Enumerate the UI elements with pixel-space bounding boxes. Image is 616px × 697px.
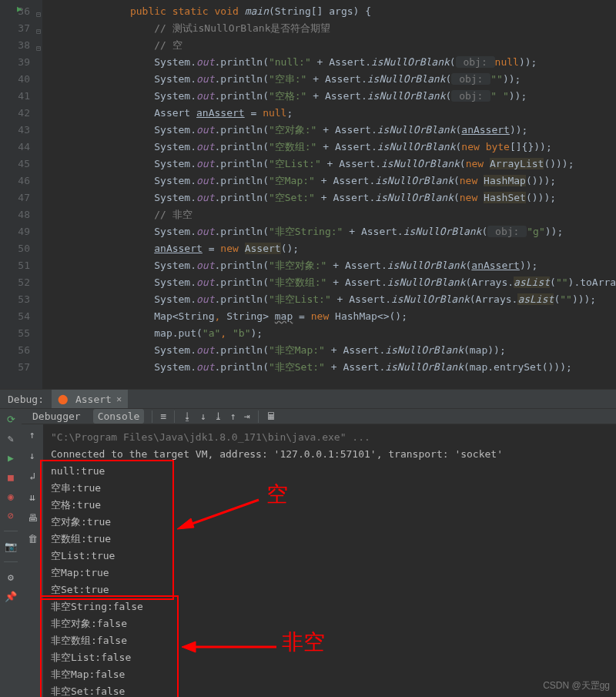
watermark: CSDN @天罡gg	[543, 679, 610, 692]
settings-icon[interactable]: ⚙	[8, 571, 14, 583]
arrow-icon	[180, 640, 280, 654]
debug-tab-assert[interactable]: ⬤ Assert ✕	[52, 390, 128, 408]
bug-icon: ⬤	[58, 394, 68, 404]
svg-marker-1	[177, 518, 194, 529]
debug-tab-bar: Debug: ⬤ Assert ✕	[0, 389, 616, 409]
step-over-icon[interactable]: ≡	[160, 410, 166, 422]
debug-label: Debug:	[0, 394, 52, 405]
camera-icon[interactable]: 📷	[5, 541, 17, 552]
run-cursor-icon[interactable]: ⇥	[244, 410, 250, 422]
debug-toolbar: Debugger Console ≡ ⭳ ↓ ⤓ ↑ ⇥ 🖩	[22, 409, 616, 424]
arrow-icon	[174, 494, 266, 532]
separator	[4, 531, 18, 531]
wrap-icon[interactable]: ↲	[29, 471, 35, 482]
tab-debugger[interactable]: Debugger	[28, 409, 85, 424]
code-editor[interactable]: ▶ 36⊟37⊟38⊟39404142434445464748495051525…	[0, 0, 616, 389]
separator	[258, 410, 259, 423]
svg-marker-3	[182, 642, 196, 652]
stop-icon[interactable]: ■	[8, 471, 14, 483]
separator	[4, 561, 18, 562]
console-vm-line: Connected to the target VM, address: '12…	[51, 446, 616, 463]
breakpoints-icon[interactable]: ◉	[8, 491, 14, 502]
evaluate-icon[interactable]: 🖩	[266, 410, 276, 422]
rerun-icon[interactable]: ⟳	[7, 414, 15, 425]
console-output-wrap: ↑ ↓ ↲ ⇊ 🖶 🗑 "C:\Program Files\Java\jdk1.…	[22, 424, 616, 697]
step-into-icon[interactable]: ↓	[200, 410, 206, 422]
pin-icon[interactable]: 📌	[5, 591, 17, 602]
console-header: "C:\Program Files\Java\jdk1.8.0_171\bin\…	[51, 429, 616, 446]
resume-icon[interactable]: ▶	[8, 452, 14, 464]
scroll-icon[interactable]: ⇊	[29, 491, 35, 503]
debug-mid: Debugger Console ≡ ⭳ ↓ ⤓ ↑ ⇥ 🖩 ↑ ↓ ↲ ⇊ 🖶…	[22, 409, 616, 697]
mute-icon[interactable]: ⊘	[8, 510, 14, 521]
console-output[interactable]: "C:\Program Files\Java\jdk1.8.0_171\bin\…	[43, 424, 616, 697]
line-gutter: 36⊟37⊟38⊟3940414243444546474849505152535…	[0, 0, 42, 389]
force-step-icon[interactable]: ⤓	[214, 410, 223, 422]
clear-icon[interactable]: 🗑	[28, 533, 38, 545]
console-group-empty: null:true空串:true空格:true空对象:true空数组:true空…	[51, 463, 616, 598]
debug-tab-label: Assert	[75, 394, 112, 405]
console-tool-rail: ↑ ↓ ↲ ⇊ 🖶 🗑	[22, 424, 43, 697]
down-icon[interactable]: ↓	[29, 450, 35, 461]
close-icon[interactable]: ✕	[116, 394, 122, 404]
separator	[152, 410, 152, 423]
debug-panel: ⟳ ✎ ▶ ■ ◉ ⊘ 📷 ⚙ 📌 Debugger Console ≡ ⭳ ↓…	[0, 409, 616, 697]
annotation-label-nonempty: 非空	[282, 634, 325, 651]
print-icon[interactable]: 🖶	[28, 512, 38, 524]
tab-console[interactable]: Console	[93, 409, 145, 424]
separator	[174, 410, 175, 423]
step-icon[interactable]: ⭳	[182, 410, 192, 422]
up-icon[interactable]: ↑	[29, 429, 35, 441]
modify-icon[interactable]: ✎	[8, 433, 14, 444]
step-out-icon[interactable]: ↑	[230, 410, 236, 422]
left-tool-rail: ⟳ ✎ ▶ ■ ◉ ⊘ 📷 ⚙ 📌	[0, 409, 22, 697]
code-area[interactable]: public static void main(String[] args) {…	[42, 0, 616, 389]
console-group-nonempty: 非空String:false非空对象:false非空数组:false非空List…	[51, 598, 616, 697]
annotation-label-empty: 空	[266, 486, 288, 503]
svg-line-0	[186, 500, 259, 526]
